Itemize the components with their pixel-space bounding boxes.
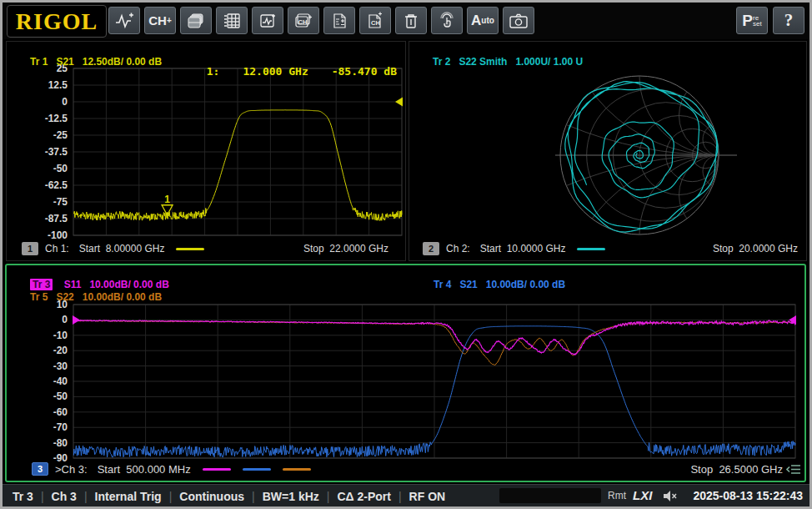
y-axis-tick: -70 (53, 421, 68, 433)
trace4-meas: S21 (459, 279, 477, 290)
status-item[interactable]: Continuous (179, 490, 244, 503)
channel3-label: >Ch 3: (55, 463, 88, 476)
doc-trace-icon (330, 12, 348, 30)
status-separator: | (84, 490, 88, 503)
status-item[interactable]: CΔ 2-Port (337, 490, 391, 503)
y-axis-tick: -87.5 (45, 213, 68, 224)
marker-number: 1 (164, 194, 170, 205)
channel1-start: Start 8.00000 GHz (79, 243, 165, 254)
status-item[interactable]: Internal Trig (95, 490, 162, 503)
doc-ch-icon: CH (366, 12, 384, 30)
channel-table-button[interactable] (216, 7, 248, 34)
window-channel1[interactable]: 2512.50-12.5-25-37.5-50-62.5-75-87.5-100… (6, 41, 406, 261)
trace2-scale: 1.000U/ 1.00 U (515, 56, 583, 68)
channel2-start: Start 10.0000 GHz (480, 243, 566, 254)
channel3-footer: 3 >Ch 3:Start 500.000 MHz Stop 26.5000 G… (7, 462, 804, 477)
layers-icon (187, 12, 205, 30)
channel1-label: Ch 1: (45, 243, 69, 254)
svg-text:CH: CH (298, 18, 308, 26)
trace5-header[interactable]: Tr 5S2210.00dB/ 0.00 dB (13, 280, 170, 315)
mute-icon[interactable] (663, 490, 678, 506)
toolbar-buttons: CH+ (108, 7, 534, 34)
channel-copy-button[interactable]: CH (359, 7, 391, 34)
y-axis-tick: -80 (53, 437, 68, 449)
vna-screen: RIGOL CH+ (0, 0, 812, 509)
delete-button[interactable] (395, 7, 427, 34)
preset-button[interactable]: P reset (736, 7, 768, 34)
camera-icon (509, 12, 529, 30)
y-axis-tick: -25 (53, 129, 68, 141)
status-item[interactable]: Tr 3 (13, 490, 33, 503)
trace-copy-button[interactable] (323, 7, 355, 34)
trace5-label: Tr 5 (30, 291, 48, 303)
remote-indicator: Rmt (608, 490, 626, 501)
lxi-indicator: LXI (633, 488, 652, 502)
marker1-readout: 1:12.000 GHz-85.470 dB (207, 65, 397, 78)
trace5-color-swatch (283, 468, 311, 471)
y-axis-tick: -50 (53, 163, 68, 174)
trace5-scale: 10.00dB/ 0.00 dB (83, 291, 162, 303)
datetime: 2025-08-13 15:22:43 (693, 489, 803, 502)
trace4-color-swatch (243, 468, 271, 471)
status-separator: | (252, 490, 255, 503)
y-axis-tick: -30 (53, 360, 68, 372)
table-icon (223, 12, 241, 30)
channel3-start: Start 500.000 MHz (98, 463, 191, 476)
trace4-header[interactable]: Tr 4S2110.00dB/ 0.00 dB (417, 267, 574, 302)
y-axis-tick: -12.5 (45, 113, 68, 124)
touch-button[interactable] (431, 7, 463, 34)
y-axis-tick: 0 (62, 96, 68, 108)
channel1-badge[interactable]: 1 (22, 242, 38, 255)
trace-window-button[interactable] (252, 7, 283, 34)
y-axis-tick: -10 (53, 330, 68, 341)
auto-scale-button[interactable]: Auto (467, 7, 499, 34)
status-bar: Tr 3|Ch 3|Internal Trig|Continuous|BW=1 … (3, 484, 809, 507)
y-axis-tick: -50 (53, 391, 68, 402)
message-area (499, 488, 601, 503)
window-waveform-icon (258, 12, 277, 30)
window-layout-button[interactable] (180, 7, 212, 34)
ref-level-arrow-right (395, 98, 403, 107)
status-separator: | (327, 490, 330, 503)
status-bar-items: Tr 3|Ch 3|Internal Trig|Continuous|BW=1 … (13, 485, 445, 507)
window-control-icon[interactable] (786, 464, 801, 477)
status-item[interactable]: Ch 3 (52, 490, 77, 503)
trash-icon (402, 12, 420, 30)
channel2-badge[interactable]: 2 (423, 242, 439, 255)
window-channel2[interactable]: Tr 2S22 Smith1.000U/ 1.00 U 2 Ch 2:Start… (409, 41, 807, 261)
trace4-scale: 10.00dB/ 0.00 dB (486, 279, 565, 290)
help-button[interactable]: ? (773, 7, 804, 34)
trace4-label: Tr 4 (434, 279, 451, 290)
status-item[interactable]: BW=1 kHz (263, 490, 319, 503)
channel-window-button[interactable]: CH (288, 7, 319, 34)
trace1-scale: 12.50dB/ 0.00 dB (83, 56, 162, 68)
y-axis-tick: -20 (53, 345, 68, 356)
y-axis-tick: -75 (53, 196, 68, 208)
y-axis-tick: -60 (53, 406, 68, 418)
add-channel-label: CH (148, 13, 167, 28)
channel2-stop: Stop 20.0000 GHz (713, 243, 798, 254)
y-axis-tick: -100 (48, 229, 68, 241)
add-channel-button[interactable]: CH+ (144, 7, 176, 34)
svg-text:CH: CH (371, 19, 380, 27)
add-trace-button[interactable] (108, 7, 140, 34)
y-axis-tick: -40 (53, 375, 68, 387)
y-axis-tick: -62.5 (45, 179, 68, 191)
trace3-color-swatch (203, 468, 231, 471)
status-item[interactable]: RF ON (409, 490, 446, 503)
status-separator: | (169, 490, 173, 503)
trace5-meas: S22 (56, 291, 73, 303)
window-channel3-active[interactable]: 100-10-20-30-40-50-60-70-80-90 Tr 3 S111… (5, 264, 806, 482)
trace2-label: Tr 2 (433, 56, 450, 68)
touch-icon (438, 12, 456, 30)
trace1-header[interactable]: Tr 1S2112.50dB/ 0.00 dB (13, 44, 170, 79)
y-axis-tick: 12.5 (48, 79, 68, 91)
screenshot-button[interactable] (503, 7, 534, 34)
trace1-label: Tr 1 (30, 56, 48, 68)
toolbar-right-buttons: P reset ? (736, 7, 804, 34)
trace2-header[interactable]: Tr 2S22 Smith1.000U/ 1.00 U (416, 44, 591, 79)
window-ch-icon: CH (293, 12, 313, 30)
rigol-logo: RIGOL (7, 5, 107, 38)
channel3-badge[interactable]: 3 (32, 462, 48, 476)
y-axis-tick: 0 (62, 314, 68, 325)
